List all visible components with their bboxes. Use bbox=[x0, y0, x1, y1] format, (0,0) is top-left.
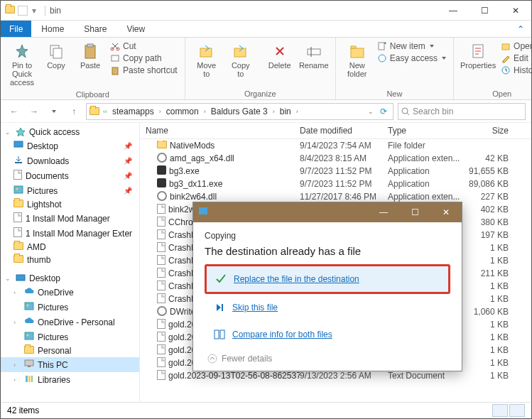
breadcrumb-seg[interactable]: common bbox=[165, 107, 200, 116]
sidebar-item[interactable]: Documents📌 bbox=[1, 168, 139, 183]
table-row[interactable]: amd_ags_x64.dll8/4/2023 8:15 AMApplicati… bbox=[140, 152, 531, 165]
tab-file[interactable]: File bbox=[1, 21, 31, 37]
file-icon bbox=[157, 255, 165, 267]
sidebar-item[interactable]: 1 Install Mod Manager Exter bbox=[1, 226, 139, 241]
nav-up-button[interactable]: ↑ bbox=[66, 104, 82, 119]
sidebar-item-label: 1 Install Mod Manager Exter bbox=[26, 229, 132, 239]
file-date: 11/27/2017 8:46 PM bbox=[300, 192, 388, 202]
sidebar-item[interactable]: Downloads📌 bbox=[1, 153, 139, 168]
sidebar-item[interactable]: AMD bbox=[1, 241, 139, 254]
sidebar-icon bbox=[24, 359, 34, 371]
tab-home[interactable]: Home bbox=[31, 21, 74, 37]
copy-to-button[interactable]: Copy to bbox=[224, 40, 258, 81]
breadcrumb-seg[interactable]: Baldurs Gate 3 bbox=[210, 107, 269, 116]
nav-back-button[interactable]: ← bbox=[6, 104, 22, 119]
breadcrumb-seg[interactable]: bin bbox=[278, 107, 293, 116]
compare-files-option[interactable]: Compare info for both files bbox=[205, 321, 450, 348]
chevron-up-icon bbox=[207, 354, 217, 364]
copy-path-button[interactable]: Copy path bbox=[110, 53, 178, 63]
svg-rect-8 bbox=[200, 48, 212, 57]
copy-button[interactable]: Copy bbox=[39, 40, 73, 72]
copy-to-icon bbox=[232, 43, 249, 60]
pin-quick-access-button[interactable]: Pin to Quick access bbox=[5, 40, 39, 89]
minimize-button[interactable]: — bbox=[438, 1, 469, 21]
paste-shortcut-button[interactable]: Paste shortcut bbox=[110, 65, 178, 75]
table-row[interactable]: bg3.exe9/7/2023 11:52 PMApplication91,65… bbox=[140, 165, 531, 178]
breadcrumb-seg[interactable]: steamapps bbox=[111, 107, 156, 116]
nav-recent-button[interactable] bbox=[46, 104, 62, 119]
cut-button[interactable]: Cut bbox=[110, 41, 178, 51]
sidebar-item[interactable]: Lightshot bbox=[1, 198, 139, 211]
rename-button[interactable]: Rename bbox=[297, 40, 331, 72]
file-date: 9/14/2023 7:54 AM bbox=[300, 141, 388, 151]
sidebar-item[interactable]: Pictures bbox=[1, 300, 139, 315]
sidebar-item[interactable]: Pictures bbox=[1, 330, 139, 344]
new-item-button[interactable]: New item bbox=[377, 41, 446, 51]
sidebar-item[interactable]: thumb bbox=[1, 254, 139, 266]
address-dropdown[interactable]: ⌄ bbox=[366, 108, 376, 115]
sidebar-item[interactable]: Desktop📌 bbox=[1, 138, 139, 153]
table-row[interactable]: bg3_dx11.exe9/7/2023 11:52 PMApplication… bbox=[140, 178, 531, 190]
move-to-button[interactable]: Move to bbox=[190, 40, 224, 81]
sidebar-item[interactable]: ›This PC bbox=[1, 357, 139, 372]
delete-button[interactable]: Delete bbox=[263, 40, 297, 72]
open-button[interactable]: Open bbox=[501, 41, 532, 51]
tab-view[interactable]: View bbox=[116, 21, 155, 37]
search-input[interactable]: Search bin bbox=[398, 103, 526, 120]
dialog-close-button[interactable]: ✕ bbox=[430, 202, 462, 222]
sidebar-item[interactable]: ›OneDrive bbox=[1, 285, 139, 300]
tab-share[interactable]: Share bbox=[74, 21, 116, 37]
svg-point-29 bbox=[402, 108, 408, 114]
svg-rect-46 bbox=[215, 330, 219, 339]
file-icon bbox=[157, 344, 165, 357]
svg-rect-33 bbox=[14, 186, 23, 193]
sidebar-icon bbox=[13, 212, 22, 224]
dialog-heading: The destination already has a file bbox=[205, 245, 450, 257]
svg-rect-2 bbox=[85, 45, 95, 58]
col-size[interactable]: Size bbox=[462, 126, 514, 136]
skip-file-option[interactable]: Skip this file bbox=[205, 294, 450, 321]
properties-button[interactable]: Properties bbox=[458, 40, 498, 72]
pin-icon: 📌 bbox=[124, 172, 135, 180]
fewer-details-toggle[interactable]: Fewer details bbox=[205, 354, 450, 364]
file-size: 380 KB bbox=[462, 217, 514, 227]
view-details-button[interactable] bbox=[492, 404, 508, 417]
paste-button[interactable]: Paste bbox=[73, 40, 107, 72]
file-icon bbox=[157, 281, 165, 293]
sidebar-item-label: This PC bbox=[38, 360, 68, 370]
file-size: 1 KB bbox=[462, 256, 514, 266]
svg-rect-41 bbox=[28, 366, 31, 367]
nav-forward-button[interactable]: → bbox=[26, 104, 42, 119]
file-icon bbox=[157, 306, 167, 318]
refresh-button[interactable]: ⟳ bbox=[377, 107, 390, 116]
view-large-button[interactable] bbox=[509, 404, 525, 417]
sidebar-item[interactable]: Pictures📌 bbox=[1, 183, 139, 198]
new-folder-icon bbox=[349, 43, 366, 60]
dialog-maximize-button[interactable]: ☐ bbox=[399, 202, 430, 222]
close-button[interactable]: ✕ bbox=[500, 1, 531, 21]
table-row[interactable]: NativeMods9/14/2023 7:54 AMFile folder bbox=[140, 139, 531, 152]
ribbon-expand[interactable]: ⌃ bbox=[510, 21, 531, 37]
file-date: 9/7/2023 11:52 PM bbox=[300, 179, 388, 189]
sidebar-item[interactable]: ›OneDrive - Personal bbox=[1, 315, 139, 330]
sidebar-item[interactable]: ›Libraries bbox=[1, 372, 139, 387]
col-date[interactable]: Date modified bbox=[300, 126, 388, 136]
sidebar-item[interactable]: Personal bbox=[1, 344, 139, 357]
sidebar-item[interactable]: 1 Install Mod Manager bbox=[1, 211, 139, 226]
col-name[interactable]: Name bbox=[140, 126, 300, 136]
col-type[interactable]: Type bbox=[388, 126, 462, 136]
replace-file-option[interactable]: Replace the file in the destination bbox=[205, 264, 450, 294]
edit-button[interactable]: Edit bbox=[501, 53, 532, 63]
column-headers[interactable]: Name Date modified Type Size bbox=[140, 123, 531, 139]
qat-dropdown[interactable]: ▾ bbox=[31, 6, 38, 16]
easy-access-button[interactable]: Easy access bbox=[377, 53, 446, 63]
history-button[interactable]: History bbox=[501, 65, 532, 75]
file-size: 1 KB bbox=[462, 243, 514, 253]
new-folder-button[interactable]: New folder bbox=[340, 40, 374, 81]
dialog-minimize-button[interactable]: — bbox=[368, 202, 399, 222]
maximize-button[interactable]: ☐ bbox=[469, 1, 500, 21]
sidebar-quick-access[interactable]: ⌄Quick access bbox=[1, 126, 139, 138]
file-name: bink2w64.dll bbox=[170, 192, 217, 202]
sidebar-desktop[interactable]: ⌄Desktop bbox=[1, 272, 139, 285]
breadcrumb[interactable]: ‹‹ steamapps› common› Baldurs Gate 3› bi… bbox=[86, 103, 393, 120]
